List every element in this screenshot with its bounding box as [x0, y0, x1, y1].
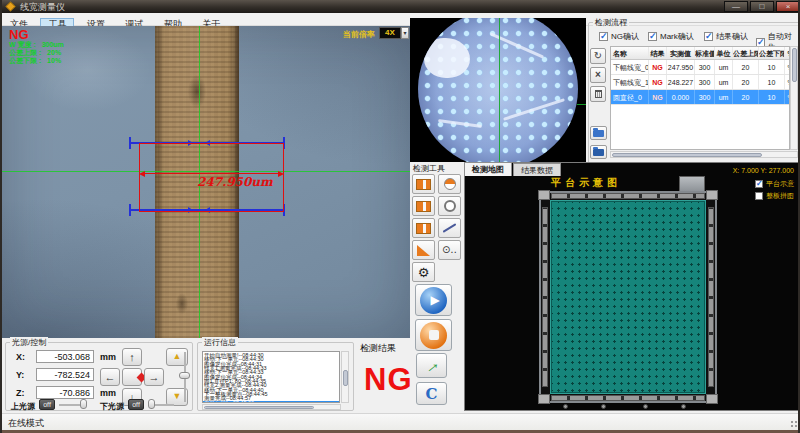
bottom-clamp-strip — [551, 395, 705, 401]
app-window: 线宽测量仪 — □ × 文件 工具 设置 调试 帮助 关于 247.950um … — [0, 0, 800, 433]
checkbox-result-confirm[interactable]: 结果确认 — [704, 31, 748, 42]
export-button[interactable]: → — [416, 353, 447, 378]
delete-step-button[interactable] — [590, 86, 606, 102]
camera-view[interactable]: 247.950um NG W 宽度 : 300um 公差上限 : 20% 公差下… — [2, 26, 410, 338]
tool-distance-button[interactable] — [438, 218, 461, 238]
tool-angle-button[interactable] — [412, 240, 435, 260]
checkbox-icon[interactable] — [755, 192, 763, 200]
linewidth-icon — [416, 201, 431, 212]
runlog-title: 运行信息 — [202, 337, 238, 348]
runlog-vertical-scrollbar[interactable] — [341, 351, 349, 403]
tool-pad-circle-button[interactable] — [438, 174, 461, 194]
corner-block — [538, 190, 550, 200]
roller — [681, 404, 686, 409]
corner-block — [706, 190, 718, 200]
distance-icon — [443, 223, 457, 233]
top-light-toggle[interactable]: off — [39, 399, 55, 410]
checkbox-ng-confirm[interactable]: NG确认 — [599, 31, 639, 42]
tool-linewidth-v-button[interactable] — [412, 196, 435, 216]
checkbox-platform-view[interactable]: 平台示意 — [755, 179, 794, 189]
result-value: NG — [364, 362, 413, 398]
scrollbar-thumb[interactable] — [792, 48, 797, 82]
microscope-view — [410, 18, 586, 162]
chevron-down-icon[interactable]: ▾ — [401, 27, 409, 39]
play-icon: ▶ — [420, 287, 447, 314]
scope-crosshair-tick — [577, 104, 586, 105]
table-row[interactable]: 下幅线宽_0 NG 247.950 300 um 20 10 % — [611, 60, 790, 75]
tool-linewidth-h-button[interactable] — [412, 174, 435, 194]
stop-square — [429, 330, 439, 340]
close-button[interactable]: × — [776, 1, 800, 12]
tool-point-button[interactable]: ⊙‥ — [438, 240, 461, 260]
export-arrow-icon: → — [420, 354, 443, 377]
runlog-list[interactable]: 开始自动测量!--08:44:30 移动:下一单元--08:44:30 图像定位… — [202, 351, 340, 403]
tab-detection-map[interactable]: 检测地图 — [464, 162, 512, 176]
tool-circle-button[interactable] — [438, 196, 461, 216]
tool-settings-button[interactable]: ⚙ — [412, 262, 435, 282]
save-file-button[interactable] — [590, 145, 607, 159]
platform-map-panel: 平台示意图 X: 7.000 Y: 277.000 平台示意 整板拼图 — [464, 162, 800, 411]
table-row[interactable]: 下幅线宽_1 NG 248.227 300 um 20 10 % — [611, 75, 790, 90]
half-circle-icon — [444, 178, 456, 190]
linewidth-icon — [416, 223, 431, 234]
tool-gap-button[interactable] — [412, 218, 435, 238]
measure-arrowhead-left — [139, 171, 145, 177]
y-position-field[interactable]: -782.524 — [36, 368, 94, 381]
checkbox-icon[interactable] — [599, 32, 608, 41]
log-entry-selected[interactable]: 自动运行! --08:45:00 — [203, 401, 339, 403]
map-title: 平台示意图 — [551, 176, 621, 190]
linewidth-icon — [416, 179, 431, 190]
measure-arrowhead-right — [278, 171, 284, 177]
z-slider-thumb[interactable] — [179, 372, 190, 379]
jog-left-button[interactable]: ← — [100, 368, 120, 386]
app-icon — [5, 1, 15, 11]
checkbox-icon[interactable] — [755, 180, 763, 188]
pcb-board-map[interactable] — [551, 201, 705, 393]
jog-up-button[interactable]: ↑ — [122, 348, 142, 366]
open-file-button[interactable] — [590, 126, 607, 140]
left-clamp-strip — [542, 207, 548, 387]
result-panel-title: 检测结果 — [360, 342, 396, 355]
resize-grip[interactable] — [790, 420, 800, 429]
roller — [563, 404, 568, 409]
scrollbar-thumb[interactable] — [343, 370, 348, 386]
jog-center-button[interactable] — [122, 368, 142, 386]
scrollbar-thumb[interactable] — [204, 406, 314, 409]
bottom-light-toggle[interactable]: off — [128, 399, 144, 410]
checkbox-board-mosaic[interactable]: 整板拼图 — [755, 191, 794, 201]
tab-result-data[interactable]: 结果数据 — [513, 163, 561, 176]
status-bar: 在线模式 — [2, 413, 800, 430]
table-vertical-scrollbar[interactable] — [790, 46, 798, 150]
x-unit: mm — [100, 352, 116, 362]
x-position-field[interactable]: -503.068 — [36, 350, 94, 363]
folder-save-icon — [593, 149, 604, 156]
bottom-light-slider-thumb[interactable] — [148, 399, 155, 409]
process-group-title: 检测流程 — [593, 17, 629, 28]
clear-step-button[interactable]: × — [590, 67, 606, 83]
checkbox-icon[interactable] — [648, 32, 657, 41]
title-bar[interactable]: 线宽测量仪 — □ × — [2, 0, 800, 13]
results-table[interactable]: 名称 结果 实测值 标准值 单位 公差上限 公差下限 % 下幅线宽_0 NG 2… — [610, 46, 790, 150]
magnification-select[interactable]: 4X — [379, 27, 401, 39]
top-light-slider-thumb[interactable] — [80, 399, 87, 409]
runlog-horizontal-scrollbar[interactable] — [202, 404, 341, 410]
start-button[interactable]: ▶ — [415, 284, 452, 316]
table-horizontal-scrollbar[interactable] — [610, 151, 798, 158]
refresh-button[interactable]: C — [416, 382, 447, 405]
checkbox-icon[interactable] — [704, 32, 713, 41]
x-axis-label: X: — [16, 352, 25, 362]
checkbox-mark-confirm[interactable]: Mark确认 — [648, 31, 694, 42]
refresh-icon: C — [426, 385, 438, 403]
top-clamp-strip — [551, 193, 705, 199]
minimize-button[interactable]: — — [724, 1, 748, 12]
maximize-button[interactable]: □ — [750, 1, 774, 12]
jog-right-button[interactable]: → — [144, 368, 164, 386]
table-row-selected[interactable]: 圆直径_0 NG 0.000 300 um 20 10 % — [611, 90, 790, 105]
reload-step-button[interactable]: ↻ — [590, 48, 606, 64]
magnification-label: 当前倍率 — [343, 29, 375, 40]
z-position-field[interactable]: -70.886 — [36, 386, 94, 399]
status-mode: 在线模式 — [8, 417, 44, 430]
stop-button[interactable] — [415, 319, 452, 351]
measure-tick — [129, 137, 131, 149]
scrollbar-thumb[interactable] — [612, 153, 762, 157]
